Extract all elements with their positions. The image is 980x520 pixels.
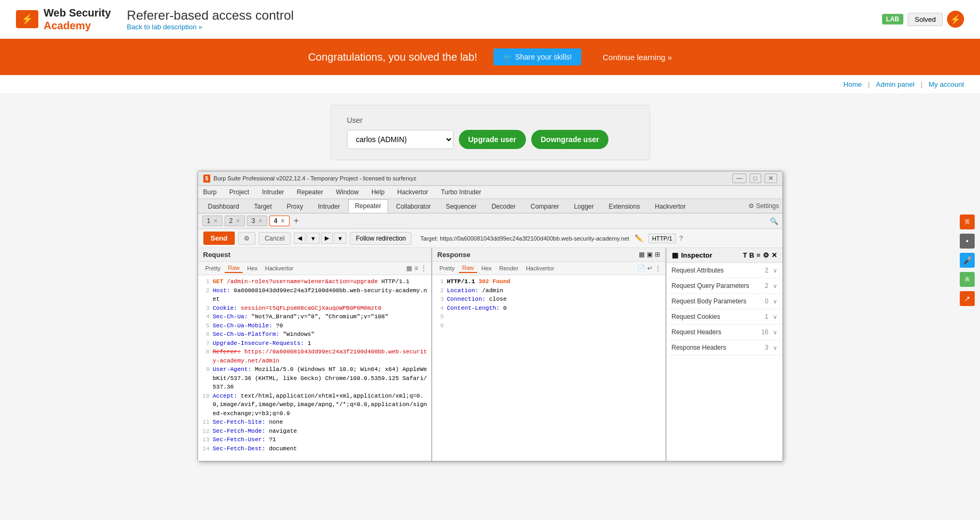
- response-code-area[interactable]: 1 HTTP/1.1 302 Found 2 Location: /admin …: [432, 275, 665, 461]
- tab-proxy[interactable]: Proxy: [280, 200, 310, 213]
- inspector-row-cookies[interactable]: Request Cookies 1 ∨: [666, 309, 783, 325]
- res-doc-icon[interactable]: 📄: [637, 265, 645, 272]
- success-banner: Congratulations, you solved the lab! 🐦 S…: [0, 39, 980, 75]
- req-line-2: 2 Host: 0a600081043dd99ec24a3f2100d400bb…: [198, 286, 431, 304]
- inspector-icon-list[interactable]: ≡: [756, 251, 761, 259]
- tab-comparer[interactable]: Comparer: [524, 200, 566, 213]
- float-icon-4[interactable]: 表: [960, 272, 975, 287]
- http-version-badge[interactable]: HTTP/1: [648, 234, 676, 243]
- menu-burp[interactable]: Burp: [201, 187, 219, 197]
- inspector-icon-text[interactable]: T: [743, 251, 747, 259]
- back-link[interactable]: Back to lab description »: [127, 23, 293, 31]
- edit-target-icon[interactable]: ✏️: [635, 234, 643, 242]
- res-view-icon3[interactable]: ⊞: [655, 251, 660, 258]
- http-help-icon[interactable]: ?: [679, 234, 683, 242]
- res-ln-icon[interactable]: ↵: [647, 265, 653, 272]
- res-subtab-hex[interactable]: Hex: [478, 264, 495, 273]
- res-subtab-render[interactable]: Render: [496, 264, 522, 273]
- home-link[interactable]: Home: [843, 80, 862, 88]
- menu-help[interactable]: Help: [369, 187, 387, 197]
- floating-icons: 英 • 🎤 表 ↗: [960, 214, 975, 306]
- request-code-area[interactable]: 1 GET /admin-roles?username=wiener&actio…: [198, 275, 431, 461]
- inspector-row-req-headers[interactable]: Request Headers 16 ∨: [666, 325, 783, 340]
- menu-window[interactable]: Window: [334, 187, 361, 197]
- tab-collaborator[interactable]: Collaborator: [389, 200, 438, 213]
- settings-btn[interactable]: ⚙: [238, 232, 256, 245]
- float-icon-5[interactable]: ↗: [960, 291, 975, 306]
- upgrade-user-button[interactable]: Upgrade user: [459, 130, 526, 149]
- settings-icon[interactable]: ⚙ Settings: [748, 202, 779, 210]
- burp-titlebar: $ Burp Suite Professional v2022.12.4 - T…: [198, 171, 783, 186]
- menu-intruder[interactable]: Intruder: [260, 187, 286, 197]
- forward-arrow-button[interactable]: ▶: [321, 233, 333, 244]
- req-line-4: 4 Sec-Ch-Ua: "Not?A_Brand";v="8", "Chrom…: [198, 312, 431, 321]
- rep-search-icon[interactable]: 🔍: [770, 217, 778, 225]
- res-more-icon[interactable]: ⋮: [655, 265, 661, 272]
- tab-hackvertor2[interactable]: Hackvertor: [648, 200, 693, 213]
- cancel-button[interactable]: Cancel: [259, 232, 290, 245]
- tab-repeater[interactable]: Repeater: [348, 199, 388, 213]
- req-view-icon1[interactable]: ▦: [406, 265, 412, 272]
- req-view-icon3[interactable]: ⋮: [421, 265, 427, 272]
- send-button[interactable]: Send: [203, 232, 235, 245]
- maximize-button[interactable]: □: [750, 174, 761, 183]
- tab-target[interactable]: Target: [247, 200, 278, 213]
- tab-logger[interactable]: Logger: [567, 200, 600, 213]
- dropdown-arrow-button[interactable]: ▼: [334, 233, 347, 244]
- inspector-close-icon[interactable]: ✕: [771, 251, 777, 259]
- req-subtab-raw[interactable]: Raw: [225, 263, 243, 273]
- menu-repeater[interactable]: Repeater: [295, 187, 325, 197]
- rep-tab-add[interactable]: +: [292, 216, 301, 226]
- inspector-icon-bold[interactable]: B: [750, 251, 754, 259]
- user-avatar-button[interactable]: ⚡: [947, 11, 964, 28]
- share-button[interactable]: 🐦 Share your skills!: [493, 48, 582, 65]
- admin-panel-link[interactable]: Admin panel: [876, 80, 915, 88]
- prev-arrow-button[interactable]: ◀: [294, 233, 306, 244]
- rep-tab-1[interactable]: 1 ×: [202, 216, 223, 226]
- menu-hackvertor[interactable]: Hackvertor: [395, 187, 430, 197]
- continue-learning-link[interactable]: Continue learning »: [603, 53, 672, 62]
- rep-tab-4[interactable]: 4 ×: [269, 216, 290, 226]
- inspector-row-body-params[interactable]: Request Body Parameters 0 ∨: [666, 294, 783, 309]
- minimize-button[interactable]: —: [732, 174, 746, 183]
- req-subtab-hex[interactable]: Hex: [244, 264, 261, 273]
- float-icon-1[interactable]: 英: [960, 214, 975, 229]
- tab-intruder[interactable]: Intruder: [311, 200, 347, 213]
- inspector-row-request-attributes[interactable]: Request Attributes 2 ∨: [666, 263, 783, 278]
- rep-tab-2[interactable]: 2 ×: [225, 216, 245, 226]
- res-subtab-hackvertor[interactable]: Hackvertor: [523, 264, 557, 273]
- user-select[interactable]: carlos (ADMIN): [347, 130, 454, 149]
- float-icon-3[interactable]: 🎤: [960, 253, 975, 268]
- req-subtab-pretty[interactable]: Pretty: [202, 264, 224, 273]
- tab-sequencer[interactable]: Sequencer: [439, 200, 483, 213]
- req-line-7: 7 Upgrade-Insecure-Requests: 1: [198, 339, 431, 348]
- rep-tab-3[interactable]: 3 ×: [247, 216, 267, 226]
- tab-extensions[interactable]: Extensions: [602, 200, 647, 213]
- downgrade-user-button[interactable]: Downgrade user: [531, 130, 609, 149]
- res-subtab-pretty[interactable]: Pretty: [437, 264, 458, 273]
- req-line-9: 9 User-Agent: Mozilla/5.0 (Windows NT 10…: [198, 365, 431, 392]
- follow-redirection-button[interactable]: Follow redirection: [350, 232, 411, 245]
- next-arrow-button[interactable]: ▼: [307, 233, 320, 244]
- res-subtab-raw[interactable]: Raw: [459, 263, 477, 273]
- req-subtab-hackvertor[interactable]: Hackvertor: [262, 264, 297, 273]
- solved-button[interactable]: Solved: [908, 13, 943, 26]
- tab-decoder[interactable]: Decoder: [484, 200, 522, 213]
- my-account-link[interactable]: My account: [929, 80, 964, 88]
- float-icon-2[interactable]: •: [960, 234, 975, 249]
- res-view-icon1[interactable]: ▦: [639, 251, 645, 258]
- req-view-icon2[interactable]: ≡: [414, 265, 418, 272]
- inspector-icon-settings[interactable]: ⚙: [763, 251, 769, 259]
- burp-tabs: Dashboard Target Proxy Intruder Repeater…: [198, 199, 783, 213]
- target-info: Target: https://0a600081043dd99ec24a3f21…: [420, 235, 629, 242]
- menu-project[interactable]: Project: [227, 187, 251, 197]
- inspector-row-res-headers[interactable]: Response Headers 3 ∨: [666, 340, 783, 356]
- menu-turbo-intruder[interactable]: Turbo Intruder: [439, 187, 483, 197]
- tab-dashboard[interactable]: Dashboard: [201, 200, 246, 213]
- header-title-area: Referer-based access control Back to lab…: [127, 8, 293, 31]
- user-panel: User carlos (ADMIN) Upgrade user Downgra…: [331, 105, 650, 160]
- res-view-icon2[interactable]: ▣: [647, 251, 653, 258]
- inspector-row-query-params[interactable]: Request Query Parameters 2 ∨: [666, 278, 783, 294]
- response-panel-header: Response ▦ ▣ ⊞: [432, 248, 665, 262]
- close-button[interactable]: ✕: [764, 174, 777, 183]
